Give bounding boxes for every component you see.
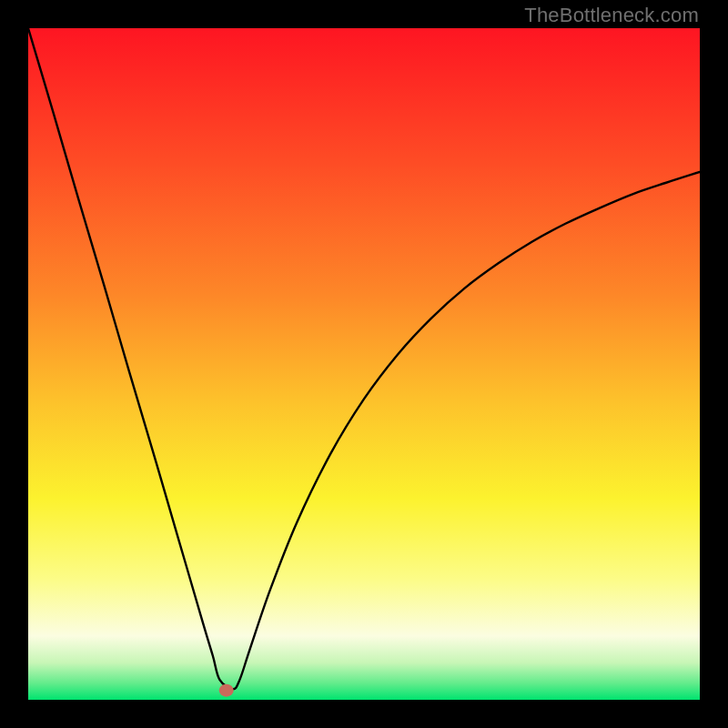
plot-area: [28, 28, 700, 700]
minimum-marker: [219, 684, 234, 697]
gradient-background: [28, 28, 700, 700]
watermark-text: TheBottleneck.com: [524, 4, 699, 27]
plot-svg: [28, 28, 700, 700]
chart-frame: TheBottleneck.com: [0, 0, 728, 728]
